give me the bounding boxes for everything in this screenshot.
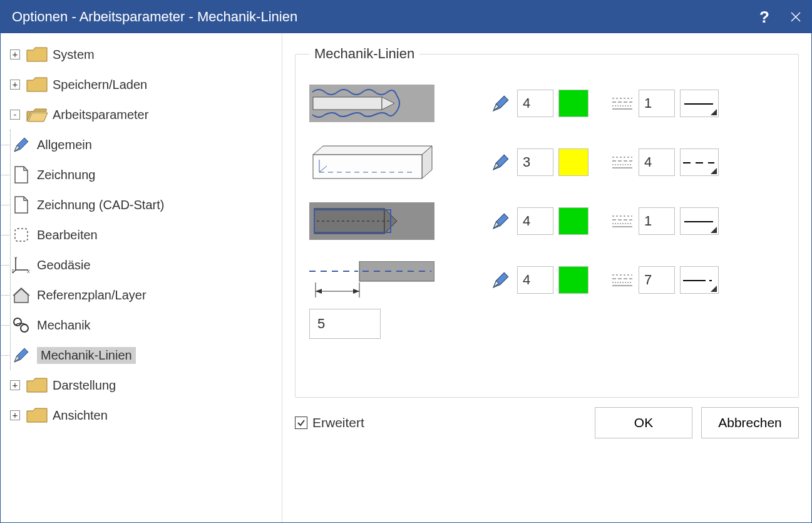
pattern-preview[interactable]	[680, 90, 719, 117]
tree-label: Darstellung	[53, 378, 116, 393]
pattern-icon	[612, 155, 632, 169]
pattern-icon	[612, 273, 632, 287]
expand-icon[interactable]: +	[10, 380, 20, 390]
pattern-icon	[612, 214, 632, 228]
line-setting-row: 4 7	[309, 261, 784, 299]
pen-value: 4	[523, 95, 530, 111]
svg-marker-55	[353, 289, 359, 294]
pattern-icon	[612, 96, 632, 110]
pattern-preview[interactable]	[680, 266, 719, 294]
tree-node-zeichnung[interactable]: Zeichnung	[11, 160, 279, 190]
pencil-icon	[491, 152, 511, 172]
svg-point-12	[21, 324, 28, 332]
pen-value: 4	[523, 272, 530, 288]
pencil-icon	[491, 93, 511, 113]
tree-label: Geodäsie	[37, 258, 91, 272]
preview-box-icon[interactable]	[309, 143, 434, 181]
tree-node-darstellung[interactable]: + Darstellung	[10, 370, 279, 400]
close-icon	[791, 12, 801, 22]
ok-button[interactable]: OK	[595, 407, 692, 438]
color-swatch[interactable]	[558, 266, 588, 294]
svg-text:Y: Y	[14, 256, 18, 261]
pattern-value: 1	[644, 95, 652, 111]
extension-value-input[interactable]: 5	[309, 309, 381, 339]
dropdown-arrow-icon	[711, 109, 717, 115]
line-setting-row: 4 1	[309, 85, 784, 122]
pen-number-input[interactable]: 4	[517, 90, 553, 117]
dropdown-arrow-icon	[711, 168, 717, 174]
tree-label: Ansichten	[53, 408, 108, 423]
checkbox-label: Erweitert	[312, 415, 364, 430]
pattern-number-input[interactable]: 1	[639, 207, 675, 235]
pattern-preview[interactable]	[680, 207, 719, 235]
tree-node-geodaesie[interactable]: YXZ Geodäsie	[11, 250, 279, 280]
document-icon	[11, 164, 32, 185]
expand-icon[interactable]: +	[10, 80, 20, 90]
svg-rect-25	[313, 155, 422, 179]
svg-text:Z: Z	[12, 269, 14, 273]
folder-icon	[26, 405, 48, 426]
pen-number-input[interactable]: 4	[517, 266, 553, 294]
tree-node-ansichten[interactable]: + Ansichten	[10, 400, 279, 430]
group-legend: Mechanik-Linien	[309, 46, 419, 62]
color-swatch[interactable]	[558, 148, 588, 176]
svg-marker-54	[316, 289, 322, 294]
expand-icon[interactable]: +	[10, 410, 20, 420]
tree-node-referenzplan[interactable]: Referenzplan/Layer	[11, 280, 279, 310]
house-icon	[11, 284, 32, 306]
extended-checkbox[interactable]: Erweitert	[295, 415, 364, 430]
document-icon	[11, 194, 32, 215]
gears-icon	[11, 314, 32, 336]
cancel-button[interactable]: Abbrechen	[701, 407, 799, 438]
options-dialog: Optionen - Arbeitsparameter - Mechanik-L…	[0, 0, 812, 523]
color-swatch[interactable]	[558, 90, 588, 117]
dropdown-arrow-icon	[711, 286, 717, 292]
tree-label: Bearbeiten	[37, 228, 98, 242]
line-setting-row: 3 4	[309, 143, 784, 181]
collapse-icon[interactable]: -	[10, 110, 20, 120]
pattern-value: 7	[644, 272, 652, 288]
help-icon: ?	[759, 8, 769, 27]
expand-icon[interactable]: +	[10, 49, 20, 60]
tree-label: Zeichnung (CAD-Start)	[37, 198, 164, 212]
pattern-value: 4	[644, 154, 652, 170]
pencil-icon	[491, 211, 511, 231]
line-setting-row: 4 1	[309, 202, 784, 240]
preview-dimension-icon[interactable]	[309, 261, 434, 299]
checkmark-icon	[295, 417, 307, 429]
svg-rect-16	[313, 97, 382, 110]
preview-cylinder-icon[interactable]	[309, 202, 434, 240]
pen-number-input[interactable]: 4	[517, 207, 553, 235]
preview-weld-icon[interactable]	[309, 85, 434, 122]
pattern-number-input[interactable]: 7	[639, 266, 675, 294]
axes-icon: YXZ	[11, 254, 32, 276]
tree-node-zeichnung-cad[interactable]: Zeichnung (CAD-Start)	[11, 190, 279, 220]
pattern-preview[interactable]	[680, 148, 719, 176]
select-icon	[11, 224, 32, 246]
color-swatch[interactable]	[558, 207, 588, 235]
mechanik-linien-group: Mechanik-Linien 4	[295, 46, 799, 398]
tree-node-system[interactable]: + System	[10, 39, 279, 70]
tree-label: Zeichnung	[37, 168, 95, 182]
help-button[interactable]: ?	[749, 1, 780, 33]
svg-rect-4	[15, 229, 28, 241]
tree-node-mechanik-linien[interactable]: Mechanik-Linien	[11, 340, 279, 370]
pattern-value: 1	[644, 213, 652, 229]
tree-label: Mechanik-Linien	[37, 347, 136, 364]
tree-label: Mechanik	[37, 318, 91, 333]
tree-node-mechanik[interactable]: Mechanik	[11, 310, 279, 340]
tree-node-bearbeiten[interactable]: Bearbeiten	[11, 220, 279, 250]
pattern-number-input[interactable]: 4	[639, 148, 675, 176]
tree-node-save-load[interactable]: + Speichern/Laden	[10, 70, 279, 100]
tree-label: Allgemein	[37, 138, 92, 152]
close-button[interactable]	[780, 1, 811, 33]
svg-text:X: X	[27, 269, 30, 274]
dialog-footer: Erweitert OK Abbrechen	[295, 398, 799, 448]
tree-node-allgemein[interactable]: Allgemein	[11, 130, 279, 160]
tree-label: System	[53, 48, 95, 62]
tree-label: Arbeitsparameter	[53, 108, 148, 122]
pattern-number-input[interactable]: 1	[639, 90, 675, 117]
tree-node-arbeitsparameter[interactable]: - Arbeitsparameter	[10, 100, 279, 130]
folder-open-icon	[26, 104, 48, 125]
pen-number-input[interactable]: 3	[517, 148, 553, 176]
